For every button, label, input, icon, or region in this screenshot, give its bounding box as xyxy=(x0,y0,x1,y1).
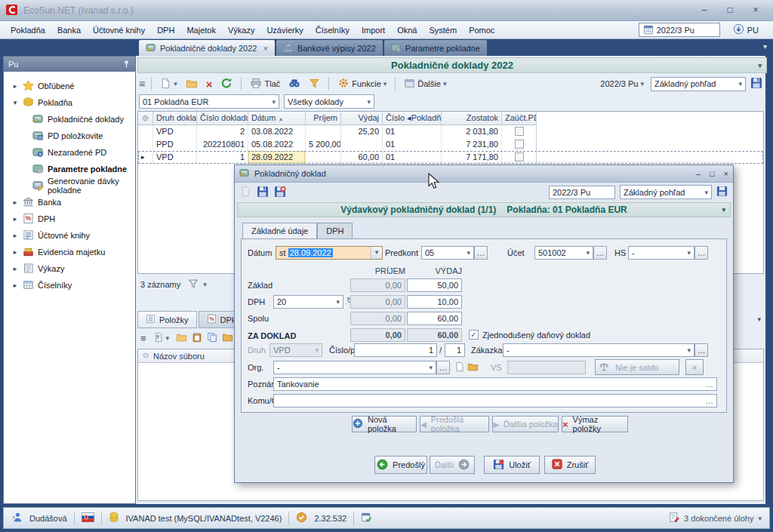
minimize-button[interactable]: – xyxy=(693,4,716,17)
menu-majetok[interactable]: Majetok xyxy=(180,23,222,37)
dialog-maximize-button[interactable]: □ xyxy=(710,169,715,178)
zakazka-lookup-button[interactable]: … xyxy=(694,343,708,357)
filter-button[interactable] xyxy=(306,77,322,91)
cash-register-select[interactable]: 01 Pokladňa EUR ▾ xyxy=(139,94,279,109)
doc-type-select[interactable]: Všetky doklady ▾ xyxy=(284,94,374,109)
attach-file-button[interactable]: ▾ xyxy=(151,331,172,345)
view-select[interactable]: Základný pohľad ▾ xyxy=(651,77,746,91)
sidebar-item-pokladna[interactable]: ▾ Pokladňa xyxy=(5,94,134,111)
chevron-down-icon[interactable]: ▾ xyxy=(371,247,382,259)
table-row[interactable]: VPD 2 03.08.2022 25,20 01 2 031,80 xyxy=(138,125,763,138)
ellipsis-icon[interactable]: … xyxy=(705,380,713,389)
period-input[interactable]: 2022/3 Pu xyxy=(639,23,720,37)
datum-field[interactable]: st 28.09.2022 ▾ xyxy=(276,246,383,260)
hamburger-icon[interactable]: ≡ xyxy=(139,78,145,90)
new-document-button[interactable]: ▾ xyxy=(158,77,180,91)
save-close-icon[interactable] xyxy=(274,186,286,199)
chevron-down-icon[interactable]: ▾ xyxy=(722,206,725,214)
sidebar-item-generovanie-davky[interactable]: Generovanie dávky pokladne xyxy=(5,177,134,194)
zakazka-select[interactable]: - ▾ xyxy=(503,343,694,357)
grid-settings-cell[interactable] xyxy=(138,352,153,361)
menu-banka[interactable]: Banka xyxy=(51,23,87,37)
menu-uzavierky[interactable]: Uzávierky xyxy=(260,23,309,37)
ucet-select[interactable]: 501002 ▾ xyxy=(534,246,593,260)
poznamka-input[interactable]: Tankovanie … xyxy=(273,377,717,391)
predkont-lookup-button[interactable]: … xyxy=(474,246,488,260)
open-folder-icon[interactable] xyxy=(176,332,187,344)
sidebar-item-uctovne-knihy[interactable]: ▸ Účtovné knihy xyxy=(5,227,134,244)
period-dropdown[interactable]: 2022/3 Pu ▾ xyxy=(598,78,646,89)
close-button[interactable]: × xyxy=(744,4,767,17)
menu-pokladna[interactable]: Pokladňa xyxy=(5,23,51,37)
dph-rate-select[interactable]: 20 ▾ xyxy=(273,295,343,309)
sidebar-item-parametre-pokladne[interactable]: Parametre pokladne xyxy=(5,161,134,177)
blank-page-icon[interactable] xyxy=(240,186,251,198)
sidebar-item-evidencia-majetku[interactable]: ▸ Evidencia majetku xyxy=(5,244,134,260)
sidebar-item-pd-polozkovite[interactable]: PD položkovite xyxy=(5,128,134,144)
checkbox-unchecked[interactable] xyxy=(515,140,524,149)
refresh-button[interactable] xyxy=(218,76,235,91)
table-row[interactable]: PPD 202210801 05.08.2022 5 200,00 01 7 2… xyxy=(138,138,763,151)
dialog-titlebar[interactable]: Pokladničný doklad – □ × xyxy=(235,165,733,183)
completed-tasks-dropdown[interactable]: 3 dokončené úlohy ▾ xyxy=(669,512,762,524)
maximize-button[interactable]: □ xyxy=(719,4,741,17)
checkbox-unchecked[interactable] xyxy=(515,127,524,136)
column-header-cislo[interactable]: Číslo dokladu xyxy=(197,112,248,125)
sidebar-item-pokladnicne-doklady[interactable]: Pokladničné doklady xyxy=(5,111,134,128)
table-row-selected[interactable]: ▸ VPD 1 28.09.2022 60,00 01 7 171,80 xyxy=(138,151,763,164)
print-button[interactable]: Tlač xyxy=(248,77,282,91)
column-header-vydaj[interactable]: Výdaj xyxy=(341,112,383,125)
column-header-druh[interactable]: Druh dokladu xyxy=(153,112,197,125)
dph-vydaj-field[interactable]: 10,00 xyxy=(407,295,462,309)
functions-button[interactable]: Funkcie ▾ xyxy=(335,76,389,91)
cancel-button[interactable]: Zrušiť xyxy=(544,456,596,474)
cislo-input[interactable]: 1 xyxy=(354,343,437,357)
org-select[interactable]: - ▾ xyxy=(273,361,436,374)
column-header-datum[interactable]: Dátum ▲ xyxy=(248,112,306,125)
column-header-zostatok[interactable]: Zostatok xyxy=(442,112,502,125)
tab-zakladne-udaje[interactable]: Základné údaje xyxy=(242,223,317,238)
dialog-minimize-button[interactable]: – xyxy=(696,169,701,178)
chevron-down-icon[interactable]: ▾ xyxy=(758,62,762,69)
more-button[interactable]: Ďalšie ▾ xyxy=(402,77,448,91)
sidebar-item-ciselniky[interactable]: ▸ Číselníky xyxy=(5,277,134,294)
org-folder-icon[interactable] xyxy=(467,361,479,374)
menu-import[interactable]: Import xyxy=(356,23,391,37)
sidebar-item-dph[interactable]: ▸ % DPH xyxy=(5,211,134,227)
save-view-icon[interactable] xyxy=(716,186,728,198)
pin-icon[interactable] xyxy=(122,60,131,69)
menu-ciselniky[interactable]: Číselníky xyxy=(310,23,356,37)
new-item-button[interactable]: Nová položka xyxy=(352,416,417,432)
tab-dph[interactable]: DPH xyxy=(317,223,353,238)
hs-lookup-button[interactable]: … xyxy=(694,246,708,260)
pol-input[interactable]: 1 xyxy=(445,343,465,357)
zaklad-vydaj-field[interactable]: 50,00 xyxy=(407,278,462,292)
save-icon[interactable] xyxy=(257,186,269,199)
save-button[interactable]: Uložiť xyxy=(484,456,540,474)
user-button[interactable]: PU xyxy=(726,22,765,38)
hs-select[interactable]: - ▾ xyxy=(628,246,694,260)
chevron-down-icon[interactable]: ▾ xyxy=(757,315,761,323)
clipboard-icon[interactable] xyxy=(192,332,202,344)
menu-dph[interactable]: DPH xyxy=(151,23,180,37)
filter-dropdown[interactable]: ▾ xyxy=(188,278,207,291)
komu-od-input[interactable]: … xyxy=(273,394,717,407)
ucet-lookup-button[interactable]: … xyxy=(593,246,607,260)
tab-bankove-vypisy[interactable]: Bankové výpisy 2022 xyxy=(276,40,383,56)
dialog-view-select[interactable]: Základný pohľad ▾ xyxy=(620,185,712,199)
tab-parametre-pokladne[interactable]: Parametre pokladne xyxy=(384,40,487,56)
folder-icon[interactable] xyxy=(222,332,233,344)
sidebar-item-nezaradene-pd[interactable]: ? Nezaradené PD xyxy=(5,144,134,161)
new-org-icon[interactable] xyxy=(454,361,465,374)
tab-pokladnicne-doklady[interactable]: Pokladničné doklady 2022 × xyxy=(139,40,275,56)
menu-okna[interactable]: Okná xyxy=(391,23,423,37)
column-header-nazov-suboru[interactable]: Názov súboru xyxy=(153,352,205,361)
menu-uctovne-knihy[interactable]: Účtovné knihy xyxy=(87,23,151,37)
tab-close-icon[interactable]: × xyxy=(263,44,267,53)
menu-vykazy[interactable]: Výkazy xyxy=(222,23,260,37)
search-button[interactable] xyxy=(286,77,303,91)
delete-button[interactable]: × xyxy=(204,77,215,91)
spolu-vydaj-field[interactable]: 60,00 xyxy=(407,312,462,325)
sidebar-item-oblubene[interactable]: ▸ Obľúbené xyxy=(5,78,134,94)
hamburger-icon[interactable]: ≡ xyxy=(140,333,146,344)
